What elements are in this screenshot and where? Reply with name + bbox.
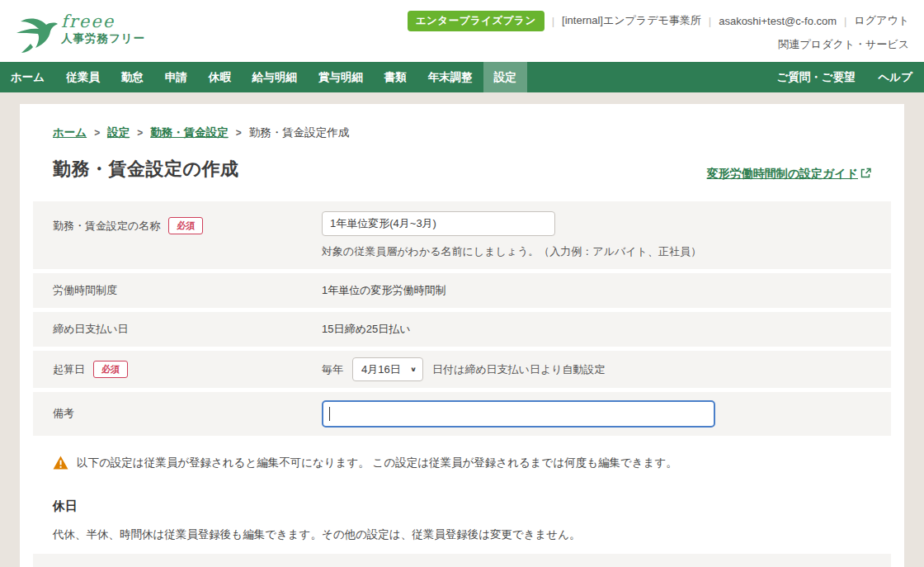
start-date-label: 起算日 必須: [53, 361, 322, 378]
separator: |: [844, 15, 846, 27]
nav-item-employees[interactable]: 従業員: [55, 62, 111, 92]
breadcrumb-separator: >: [236, 127, 242, 139]
nav-item-home[interactable]: ホーム: [0, 62, 55, 92]
breadcrumb: ホーム > 設定 > 勤務・賃金設定 > 勤務・賃金設定作成: [53, 125, 891, 140]
required-badge: 必須: [168, 217, 203, 234]
closing-payday-label: 締め日支払い日: [53, 322, 322, 337]
edit-lock-warning: 以下の設定は従業員が登録されると編集不可になります。 この設定は従業員が登録され…: [53, 456, 871, 472]
account-area: エンタープライズプラン | [internal]エンプラデモ事業所 | asak…: [408, 11, 909, 52]
account-line: エンタープライズプラン | [internal]エンプラデモ事業所 | asak…: [408, 11, 909, 31]
separator: |: [709, 15, 711, 27]
holiday-section-title: 休日: [53, 498, 871, 514]
form-row-work-time-system: 労働時間制度 1年単位の変形労働時間制: [33, 273, 891, 308]
closing-payday-value: 15日締め25日払い: [322, 322, 871, 337]
page-background: ホーム > 設定 > 勤務・賃金設定 > 勤務・賃金設定作成 勤務・賃金設定の作…: [0, 92, 924, 567]
start-date-select-wrap: 4月16日: [352, 357, 423, 381]
title-row: 勤務・賃金設定の作成 変形労働時間制の設定ガイド: [53, 157, 871, 182]
warning-triangle-icon: [53, 456, 68, 472]
external-link-icon: [860, 168, 871, 181]
memo-input[interactable]: [322, 400, 715, 428]
logo-product-name: 人事労務フリー: [61, 33, 145, 45]
text-cursor: [329, 407, 330, 421]
page-title: 勤務・賃金設定の作成: [53, 157, 239, 182]
warning-text: 以下の設定は従業員が登録されると編集不可になります。 この設定は従業員が登録され…: [77, 456, 677, 470]
logout-link[interactable]: ログアウト: [854, 13, 909, 28]
breadcrumb-separator: >: [94, 127, 100, 139]
guide-link-label: 変形労働時間制の設定ガイド: [707, 167, 858, 182]
form-row-closing-payday: 締め日支払い日 15日締め25日払い: [33, 312, 891, 347]
required-badge: 必須: [93, 361, 128, 378]
label-text: 勤務・賃金設定の名称: [53, 219, 160, 234]
nav-item-documents[interactable]: 書類: [374, 62, 417, 92]
nav-item-settings[interactable]: 設定: [483, 62, 527, 92]
nav-item-feedback[interactable]: ご質問・ご要望: [765, 62, 866, 92]
plan-badge: エンタープライズプラン: [408, 11, 544, 31]
app-screen: freee 人事労務フリー エンタープライズプラン | [internal]エン…: [0, 0, 924, 567]
memo-label: 備考: [53, 400, 322, 421]
start-date-select[interactable]: 4月16日: [352, 357, 423, 381]
form-row-start-date: 起算日 必須 毎年 4月16日 日付は締め日支払い日より自動設定: [33, 351, 891, 388]
variable-hours-guide-link[interactable]: 変形労働時間制の設定ガイド: [707, 167, 871, 182]
holiday-section-description: 代休、半休、時間休は従業員登録後も編集できます。その他の設定は、従業員登録後は変…: [53, 527, 871, 542]
start-date-note: 日付は締め日支払い日より自動設定: [432, 362, 606, 377]
related-products-link[interactable]: 関連プロダクト・サービス: [779, 38, 909, 50]
setting-name-input[interactable]: [322, 211, 555, 236]
work-time-system-label: 労働時間制度: [53, 283, 322, 298]
logo-script-freee: freee: [61, 12, 145, 31]
form-row-setting-name: 勤務・賃金設定の名称 必須 対象の従業員層がわかる名前にしましょう。（入力例：ア…: [33, 201, 891, 269]
nav-item-requests[interactable]: 申請: [154, 62, 198, 92]
top-header: freee 人事労務フリー エンタープライズプラン | [internal]エン…: [0, 0, 924, 62]
freee-logo[interactable]: freee 人事労務フリー: [15, 9, 145, 54]
breadcrumb-settings[interactable]: 設定: [107, 125, 130, 140]
label-text: 起算日: [53, 362, 85, 377]
setting-name-helper: 対象の従業員層がわかる名前にしましょう。（入力例：アルバイト、正社員）: [322, 244, 871, 259]
start-date-prefix: 毎年: [322, 362, 343, 377]
form-row-legal-holiday: 法定休日 日曜日: [33, 554, 891, 567]
breadcrumb-home[interactable]: ホーム: [53, 125, 87, 140]
nav-item-year-end[interactable]: 年末調整: [417, 62, 483, 92]
breadcrumb-separator: >: [137, 127, 143, 139]
content-card: ホーム > 設定 > 勤務・賃金設定 > 勤務・賃金設定作成 勤務・賃金設定の作…: [20, 104, 904, 567]
work-time-system-value: 1年単位の変形労働時間制: [322, 283, 871, 298]
form-row-memo: 備考: [33, 392, 891, 436]
nav-item-bonus-slips[interactable]: 賞与明細: [308, 62, 374, 92]
separator: |: [552, 15, 554, 27]
nav-item-help[interactable]: ヘルプ: [867, 62, 924, 92]
nav-right-group: ご質問・ご要望 ヘルプ: [765, 62, 924, 92]
account-email: asakoshi+test@c-fo.com: [719, 15, 837, 27]
breadcrumb-current: 勤務・賃金設定作成: [249, 125, 350, 140]
company-name: [internal]エンプラデモ事業所: [562, 13, 701, 28]
logo-text: freee 人事労務フリー: [61, 12, 145, 45]
breadcrumb-work-wage-settings[interactable]: 勤務・賃金設定: [150, 125, 229, 140]
setting-name-label: 勤務・賃金設定の名称 必須: [53, 211, 322, 234]
nav-item-payslips[interactable]: 給与明細: [242, 62, 308, 92]
swallow-bird-icon: [15, 9, 59, 54]
main-nav: ホーム 従業員 勤怠 申請 休暇 給与明細 賞与明細 書類 年末調整 設定 ご質…: [0, 62, 924, 92]
nav-item-leave[interactable]: 休暇: [198, 62, 242, 92]
nav-left-group: ホーム 従業員 勤怠 申請 休暇 給与明細 賞与明細 書類 年末調整 設定: [0, 62, 527, 92]
nav-item-attendance[interactable]: 勤怠: [111, 62, 154, 92]
